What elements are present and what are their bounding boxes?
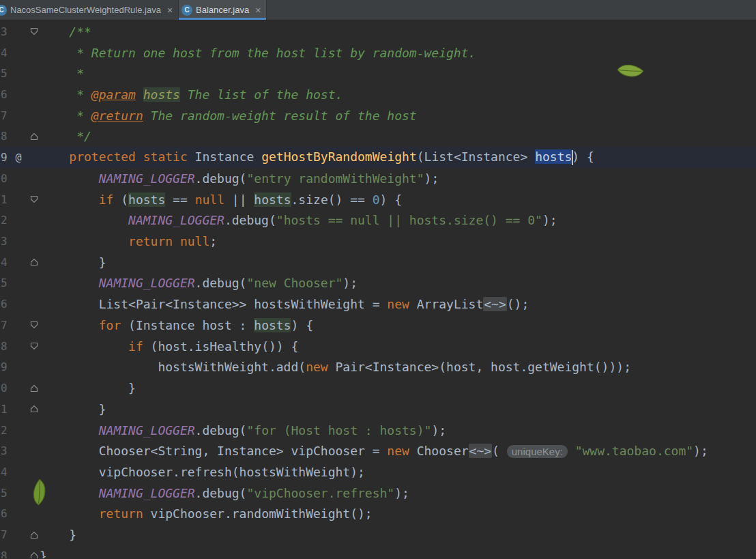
code-token: NAMING_LOGGER (99, 276, 195, 290)
code-token (40, 423, 99, 438)
line-number: 8 (0, 340, 9, 353)
code-line[interactable]: 5 NAMING_LOGGER.debug("new Chooser"); (0, 273, 756, 294)
code-token: } (40, 255, 106, 270)
code-line[interactable]: 0 } (0, 377, 756, 399)
code-text: NAMING_LOGGER.debug("hosts == null || ho… (40, 213, 756, 227)
code-token: NAMING_LOGGER (99, 171, 195, 186)
code-text: hostsWithWeight.add(new Pair<Instance>(h… (40, 360, 756, 374)
code-token (173, 234, 180, 248)
code-token: protected (69, 149, 136, 164)
code-token: NAMING_LOGGER (99, 423, 195, 438)
close-tab-icon[interactable]: × (255, 5, 261, 15)
code-line[interactable]: 8} (0, 545, 756, 558)
code-line[interactable]: 6 List<Pair<Instance>> hostsWithWeight =… (0, 293, 756, 315)
parameter-name-hint[interactable]: uniqueKey: (507, 445, 568, 458)
code-token: new (306, 360, 328, 374)
code-token: "hosts == null || hosts.size() == 0" (276, 213, 542, 227)
code-token: "www.taobao.com" (575, 444, 693, 458)
tab-balancer[interactable]: C Balancer.java × (179, 0, 267, 20)
code-token: (); (507, 297, 529, 311)
code-line[interactable]: 1 if (hosts == null || hosts.size() == 0… (0, 189, 756, 210)
code-line[interactable]: 2 NAMING_LOGGER.debug("for (Host host : … (0, 420, 756, 441)
code-token (40, 318, 99, 332)
code-line[interactable]: 9@ protected static Instance getHostByRa… (0, 147, 756, 168)
line-number: 1 (0, 403, 9, 416)
code-line[interactable]: 4 * Return one host from the host list b… (0, 42, 756, 63)
code-line[interactable]: 3 /** (0, 21, 756, 42)
code-token: } (40, 402, 106, 416)
code-line[interactable]: 7 for (Instance host : hosts) { (0, 315, 756, 336)
fold-expand-icon[interactable] (28, 531, 40, 539)
fold-collapse-icon[interactable] (28, 195, 40, 203)
code-token: for (99, 318, 121, 332)
code-line[interactable]: 4 vipChooser.refresh(hostsWithWeight); (0, 461, 756, 483)
code-token: List<Pair<Instance>> hostsWithWeight = (40, 297, 387, 311)
code-token: (List<Instance> (417, 149, 535, 164)
code-line[interactable]: 0 NAMING_LOGGER.debug("entry randomWithW… (0, 168, 756, 189)
code-token: "new Chooser" (246, 276, 343, 290)
fold-collapse-icon[interactable] (28, 342, 40, 350)
code-line[interactable]: 8 */ (0, 126, 756, 147)
folded-type-parameters[interactable]: <~> (483, 297, 507, 311)
line-number: 0 (0, 172, 9, 185)
code-line[interactable]: 7 } (0, 524, 756, 545)
code-token: ); (693, 444, 708, 458)
code-line[interactable]: 1 } (0, 399, 756, 420)
method-annotation-marker: @ (9, 152, 28, 164)
code-text: if (hosts == null || hosts.size() == 0) … (40, 192, 756, 207)
fold-collapse-icon[interactable] (28, 27, 40, 35)
line-number: 6 (0, 298, 9, 311)
line-number: 3 (0, 444, 9, 457)
highlighted-occurrence: hosts (128, 192, 165, 207)
tab-label: Balancer.java (196, 5, 249, 15)
code-line[interactable]: 3 return null; (0, 231, 756, 252)
code-line[interactable]: 4 } (0, 252, 756, 273)
javadoc-tag: @return (91, 109, 143, 123)
code-line[interactable]: 3 Chooser<String, Instance> vipChooser =… (0, 440, 756, 461)
code-token: The list of the host. (180, 87, 343, 102)
code-text: if (host.isHealthy()) { (40, 339, 756, 354)
code-text: /** (40, 25, 756, 39)
line-number: 4 (0, 46, 9, 59)
code-text: vipChooser.refresh(hostsWithWeight); (40, 465, 756, 479)
code-token: vipChooser.refresh(hostsWithWeight); (40, 465, 365, 479)
code-text: } (40, 381, 756, 395)
code-text: return vipChooser.randomWithWeight(); (40, 506, 756, 521)
code-token: 0 (373, 192, 380, 207)
code-token: Pair<Instance>(host, host.getWeight())); (328, 360, 631, 374)
code-token: ( (492, 444, 507, 458)
code-token: The random-weight result of the host (143, 109, 417, 123)
code-line[interactable]: 5 * (0, 63, 756, 84)
code-text: NAMING_LOGGER.debug("vipChooser.refresh"… (40, 486, 756, 500)
fold-collapse-icon[interactable] (28, 321, 40, 329)
code-token: /** (40, 25, 91, 39)
code-token: ) { (380, 192, 403, 207)
folded-type-parameters[interactable]: <~> (469, 444, 493, 458)
line-number: 8 (0, 130, 9, 143)
fold-expand-icon[interactable] (28, 132, 40, 141)
code-text: } (40, 255, 756, 270)
code-token (40, 339, 128, 354)
code-editor[interactable]: 3 /**4 * Return one host from the host l… (0, 20, 756, 558)
code-line[interactable]: 7 * @return The random-weight result of … (0, 105, 756, 126)
fold-expand-icon[interactable] (28, 551, 40, 558)
line-number: 5 (0, 276, 9, 289)
code-text: NAMING_LOGGER.debug("new Chooser"); (40, 276, 756, 290)
fold-expand-icon[interactable] (28, 384, 40, 392)
line-number: 4 (0, 465, 9, 478)
code-token: .debug( (195, 276, 247, 290)
code-line[interactable]: 9 hostsWithWeight.add(new Pair<Instance>… (0, 357, 756, 378)
close-tab-icon[interactable]: × (167, 5, 173, 15)
tab-nacos-same-cluster-weighted-rule[interactable]: C NacosSameClusterWeightedRule.java × (0, 0, 179, 20)
code-line[interactable]: 8 if (host.isHealthy()) { (0, 336, 756, 357)
code-token (40, 486, 99, 500)
code-line[interactable]: 2 NAMING_LOGGER.debug("hosts == null || … (0, 210, 756, 231)
code-line[interactable]: 6 * @param hosts The list of the host. (0, 84, 756, 105)
code-text: } (40, 528, 756, 542)
code-line[interactable]: 6 return vipChooser.randomWithWeight(); (0, 504, 756, 525)
code-line[interactable]: 5 NAMING_LOGGER.debug("vipChooser.refres… (0, 483, 756, 504)
fold-expand-icon[interactable] (28, 405, 40, 413)
javadoc-param-value: hosts (143, 87, 180, 102)
fold-expand-icon[interactable] (28, 258, 40, 266)
line-number: 6 (0, 88, 9, 101)
